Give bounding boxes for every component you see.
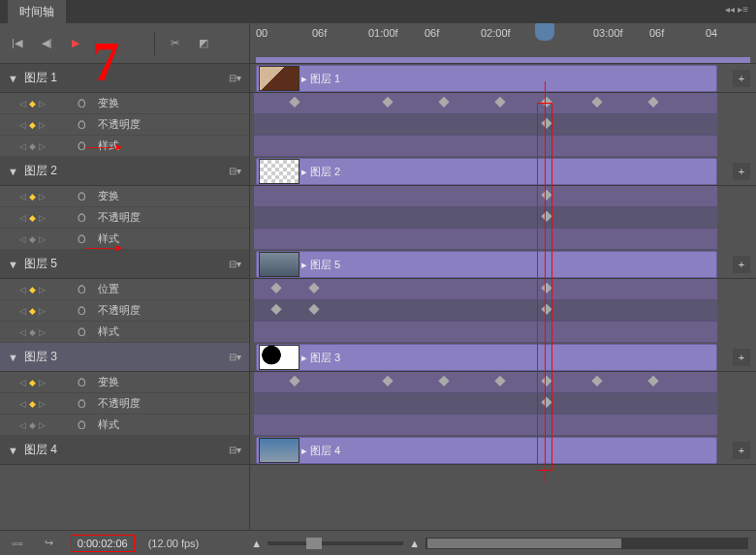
add-track-button[interactable]: + [733,163,750,180]
property-row[interactable]: ◁◆▷Ö样式 [0,415,249,436]
keyframe[interactable] [383,376,394,386]
keyframe[interactable] [290,376,300,386]
play-button[interactable]: ▶ [68,33,83,53]
stopwatch-icon[interactable]: Ö [78,191,86,202]
zoom-in-icon[interactable]: ▲ [409,538,420,549]
property-row[interactable]: ◁◆▷Ö不透明度 [0,300,249,322]
keyframe-nav[interactable]: ◁◆▷ [19,141,78,151]
work-area-bar[interactable] [256,57,750,63]
keyframe-track[interactable] [254,114,717,136]
stopwatch-icon[interactable]: Ö [78,398,86,410]
property-row[interactable]: ◁◆▷Ö位置 [0,279,249,300]
footer-redo-icon[interactable]: ↪ [41,533,57,553]
keyframe-nav[interactable]: ◁◆▷ [19,192,78,201]
clip[interactable]: ▸ 图层 3 [256,344,717,371]
clip[interactable]: ▸ 图层 2 [256,158,717,185]
property-row[interactable]: ◁◆▷Ö变换 [0,93,249,114]
keyframe[interactable] [494,376,505,386]
layer-header[interactable]: ▼图层 2⊟▾ [0,157,249,186]
clip[interactable]: ▸ 图层 5 [256,251,717,278]
keyframe-nav[interactable]: ◁◆▷ [19,234,78,244]
property-row[interactable]: ◁◆▷Ö样式 [0,322,249,343]
keyframe[interactable] [271,283,282,293]
time-ruler[interactable]: 0006f01:00f06f02:00f06f03:00f06f04 [250,23,756,64]
panel-menu-icon[interactable]: ◂◂ ▸≡ [725,4,748,15]
keyframe[interactable] [271,304,282,315]
keyframe[interactable] [290,97,300,108]
keyframe[interactable] [592,376,603,386]
add-track-button[interactable]: + [733,70,750,87]
keyframe-track[interactable] [254,136,717,157]
timecode-display[interactable]: 0:00:02:06 [71,535,135,552]
keyframe[interactable] [308,283,319,293]
layer-options-icon[interactable]: ⊟▾ [229,73,241,83]
keyframe-nav[interactable]: ◁◆▷ [19,306,78,316]
keyframe[interactable] [647,97,658,108]
keyframe-track[interactable] [254,207,717,229]
keyframe-track[interactable] [254,229,717,250]
playhead[interactable] [535,23,554,41]
keyframe-nav[interactable]: ◁◆▷ [19,285,78,294]
keyframe-nav[interactable]: ◁◆▷ [19,99,78,108]
keyframe[interactable] [541,211,551,222]
keyframe[interactable] [541,397,551,408]
zoom-slider[interactable] [268,541,403,545]
keyframe[interactable] [541,304,551,315]
keyframe[interactable] [541,283,551,293]
layer-options-icon[interactable]: ⊟▾ [229,259,241,269]
keyframe-track[interactable] [254,186,717,207]
keyframe-track[interactable] [254,322,717,343]
keyframe-track[interactable] [254,415,717,436]
property-row[interactable]: ◁◆▷Ö不透明度 [0,393,249,415]
keyframe[interactable] [438,376,449,386]
layer-header[interactable]: ▼图层 3⊟▾ [0,343,249,372]
keyframe[interactable] [541,190,551,200]
expand-arrow-icon[interactable]: ▼ [8,166,18,177]
layer-header[interactable]: ▼图层 4⊟▾ [0,436,249,465]
clip[interactable]: ▸ 图层 4 [256,437,717,464]
stopwatch-icon[interactable]: Ö [78,98,86,109]
transition-icon[interactable]: ◩ [195,33,212,53]
layer-options-icon[interactable]: ⊟▾ [229,445,241,455]
keyframe[interactable] [541,118,551,129]
expand-arrow-icon[interactable]: ▼ [8,445,18,456]
scissors-icon[interactable]: ✂ [167,33,183,53]
stopwatch-icon[interactable]: Ö [78,377,86,388]
property-row[interactable]: ◁◆▷Ö不透明度 [0,207,249,229]
keyframe[interactable] [592,97,603,108]
keyframe[interactable] [494,97,505,108]
zoom-out-icon[interactable]: ▲ [251,538,262,549]
stopwatch-icon[interactable]: Ö [78,233,86,245]
property-row[interactable]: ◁◆▷Ö不透明度 [0,114,249,136]
keyframe[interactable] [647,376,658,386]
keyframe-nav[interactable]: ◁◆▷ [19,420,78,430]
prev-frame-button[interactable]: ◀| [38,33,56,53]
tab-timeline[interactable]: 时间轴 [8,0,66,24]
stopwatch-icon[interactable]: Ö [78,212,86,224]
keyframe-track[interactable] [254,300,717,322]
keyframe[interactable] [541,97,551,108]
layer-header[interactable]: ▼图层 5⊟▾ [0,250,249,279]
expand-arrow-icon[interactable]: ▼ [8,73,18,84]
stopwatch-icon[interactable]: Ö [78,305,86,317]
layer-options-icon[interactable]: ⊟▾ [229,352,241,362]
first-frame-button[interactable]: |◀ [8,33,26,53]
expand-arrow-icon[interactable]: ▼ [8,352,18,363]
keyframe-nav[interactable]: ◁◆▷ [19,327,78,337]
layer-options-icon[interactable]: ⊟▾ [229,166,241,176]
stopwatch-icon[interactable]: Ö [78,284,86,295]
keyframe-nav[interactable]: ◁◆▷ [19,213,78,223]
stopwatch-icon[interactable]: Ö [78,119,86,131]
property-row[interactable]: ◁◆▷Ö变换 [0,372,249,393]
keyframe-nav[interactable]: ◁◆▷ [19,120,78,130]
add-track-button[interactable]: + [733,349,750,366]
property-row[interactable]: ◁◆▷Ö样式 [0,229,249,250]
keyframe[interactable] [383,97,394,108]
add-track-button[interactable]: + [733,442,750,459]
property-row[interactable]: ◁◆▷Ö变换 [0,186,249,207]
stopwatch-icon[interactable]: Ö [78,326,86,338]
horizontal-scrollbar[interactable] [425,538,748,549]
keyframe[interactable] [308,304,319,315]
footer-options-icon[interactable]: ▫▫▫ [8,534,27,553]
stopwatch-icon[interactable]: Ö [78,419,86,431]
